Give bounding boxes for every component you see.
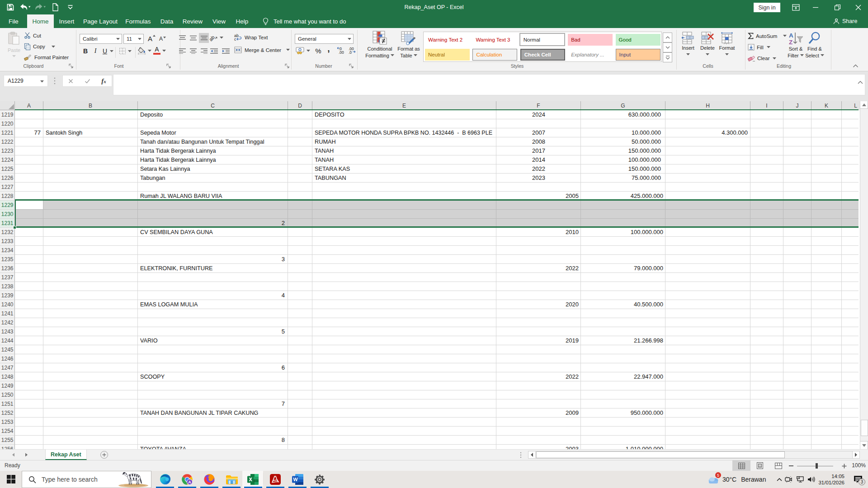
row-header-1248[interactable]: 1248 [0, 372, 15, 381]
tell-me-box[interactable]: Tell me what you want to do [263, 14, 346, 28]
row-header-1255[interactable]: 1255 [0, 436, 15, 445]
cell-A1221[interactable]: 77 [15, 128, 43, 137]
column-header-E[interactable]: E [312, 101, 496, 110]
bold-button[interactable]: B [81, 46, 90, 56]
align-left-button[interactable] [177, 46, 187, 56]
tab-help[interactable]: Help [231, 14, 253, 28]
percent-style-button[interactable]: % [314, 46, 323, 55]
select-all-corner[interactable] [0, 101, 15, 110]
fill-color-button[interactable] [137, 47, 151, 55]
cell-style-warning-text-2[interactable]: Warning Text 2 [425, 34, 470, 46]
sign-in-button[interactable]: Sign in [754, 3, 780, 12]
row-header-1222[interactable]: 1222 [0, 137, 15, 146]
namebox-splitter-dots[interactable] [54, 77, 56, 84]
cell-G1248[interactable]: 22.947.000 [581, 372, 665, 381]
taskbar-settings-icon[interactable] [310, 472, 330, 487]
cell-C1223[interactable]: Harta Tidak Bergerak Lainnya [138, 146, 288, 155]
cell-C1240[interactable]: EMAS LOGAM MULIA [138, 300, 288, 309]
column-header-C[interactable]: C [138, 101, 288, 110]
fill-button[interactable]: Fill [748, 44, 770, 51]
column-header-J[interactable]: J [783, 101, 811, 110]
tab-insert[interactable]: Insert [54, 14, 80, 28]
cell-E1225[interactable]: SETARA KAS [313, 164, 496, 174]
increase-font-size-button[interactable]: A [147, 33, 157, 43]
column-header-K[interactable]: K [811, 101, 842, 110]
insert-cells-button[interactable]: Insert [678, 31, 698, 56]
row-header-1223[interactable]: 1223 [0, 146, 15, 155]
cell-E1226[interactable]: TABUNGAN [313, 174, 496, 183]
underline-button[interactable]: U [101, 46, 108, 56]
row-header-1237[interactable]: 1237 [0, 273, 15, 282]
cell-G1244[interactable]: 21.266.998 [581, 336, 665, 345]
zoom-slider-thumb[interactable] [816, 463, 818, 469]
cell-C1256[interactable]: TOYOTA AVANZA [138, 445, 288, 449]
increase-indent-button[interactable] [221, 46, 231, 56]
tab-home[interactable]: Home [27, 14, 54, 28]
cell-C1232[interactable]: CV SEMBILAN DAYA GUNA [138, 228, 288, 237]
hscroll-right-arrow[interactable] [852, 451, 859, 458]
volume-icon[interactable] [807, 476, 815, 483]
cell-F1256[interactable]: 2003 [497, 445, 580, 449]
cell-H1221[interactable]: 4.300.000 [666, 128, 750, 137]
font-size-combo[interactable]: 11 [123, 34, 144, 44]
row-header-1240[interactable]: 1240 [0, 300, 15, 309]
tray-clock[interactable]: 14:05 31/01/2026 [818, 473, 844, 486]
cell-G1256[interactable]: 1.010.000.000 [581, 445, 665, 449]
comma-style-button[interactable]: , [325, 43, 332, 54]
cell-E1224[interactable]: TANAH [313, 155, 496, 164]
start-button[interactable] [1, 472, 21, 487]
cell-C1243[interactable]: 5 [138, 327, 288, 336]
taskbar-explorer-icon[interactable] [222, 472, 241, 487]
weather-desc[interactable]: Berawan [741, 476, 766, 483]
cell-C1251[interactable]: 7 [138, 399, 288, 408]
scroll-down-arrow[interactable] [860, 441, 868, 449]
row-header-1233[interactable]: 1233 [0, 237, 15, 246]
font-name-combo[interactable]: Calibri [80, 34, 122, 44]
cell-C1221[interactable]: Sepeda Motor [138, 128, 288, 137]
sheet-tab-rekap-aset[interactable]: Rekap Aset [45, 450, 87, 460]
cell-G1224[interactable]: 100.000.000 [581, 155, 665, 164]
cell-G1240[interactable]: 40.500.000 [581, 300, 665, 309]
row-header-1226[interactable]: 1226 [0, 174, 15, 183]
tab-page-layout[interactable]: Page Layout [80, 14, 121, 28]
zoom-in-button[interactable] [842, 464, 847, 469]
fill-handle[interactable] [13, 226, 16, 229]
clipboard-dialog-launcher[interactable] [69, 64, 74, 69]
font-dialog-launcher[interactable] [166, 64, 172, 69]
cell-F1225[interactable]: 2022 [497, 164, 580, 174]
tab-formulas[interactable]: Formulas [121, 14, 155, 28]
meet-now-icon[interactable] [785, 476, 793, 483]
row-header-1241[interactable]: 1241 [0, 309, 15, 318]
taskbar-acrobat-icon[interactable] [265, 472, 285, 487]
cell-C1235[interactable]: 3 [138, 255, 288, 264]
row-header-1253[interactable]: 1253 [0, 418, 15, 427]
cell-G1236[interactable]: 79.000.000 [581, 264, 665, 273]
font-color-button[interactable]: A [153, 46, 166, 55]
cell-G1223[interactable]: 150.000.000 [581, 146, 665, 155]
conditional-formatting-button[interactable]: ConditionalFormatting [363, 30, 397, 59]
cell-F1236[interactable]: 2022 [497, 264, 580, 273]
taskbar-chrome-icon[interactable]: A [177, 472, 197, 487]
row-header-1254[interactable]: 1254 [0, 427, 15, 436]
align-top-button[interactable] [177, 33, 187, 43]
cell-C1248[interactable]: SCOOPY [138, 372, 288, 381]
page-layout-view-button[interactable] [751, 460, 769, 471]
decrease-font-size-button[interactable]: A [158, 34, 167, 43]
column-header-I[interactable]: I [750, 101, 783, 110]
cell-C1236[interactable]: ELEKTRONIK, FURNITURE [138, 264, 288, 273]
gallery-scroll-down[interactable] [663, 42, 672, 52]
cell-F1226[interactable]: 2023 [497, 174, 580, 183]
align-center-button[interactable] [188, 46, 198, 56]
cell-F1240[interactable]: 2020 [497, 300, 580, 309]
enter-formula-icon[interactable] [85, 79, 90, 84]
format-painter-button[interactable]: Format Painter [24, 54, 69, 61]
formula-bar-collapse-icon[interactable] [858, 81, 863, 84]
save-icon[interactable] [5, 1, 16, 13]
name-box[interactable]: A1229 [4, 75, 48, 87]
collapse-ribbon-button[interactable] [853, 64, 859, 68]
undo-icon[interactable] [19, 1, 31, 13]
vscroll-thumb[interactable] [861, 420, 868, 436]
taskbar-excel-icon[interactable] [242, 471, 263, 488]
cell-F1223[interactable]: 2017 [497, 146, 580, 155]
cell-style-input[interactable]: Input [616, 49, 660, 61]
